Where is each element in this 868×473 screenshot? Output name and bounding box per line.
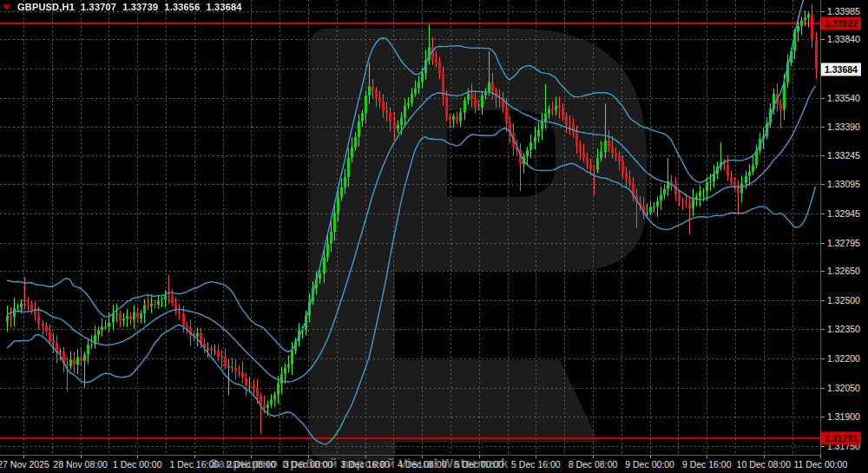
price-tick-mark	[820, 388, 825, 389]
resistance-price-label: 1.33922	[821, 17, 861, 30]
price-tick-label: 1.32945	[827, 208, 860, 219]
trading-chart-window: GBPUSD,H1 1.33707 1.33739 1.33656 1.3368…	[0, 0, 868, 473]
price-tick-label: 1.32200	[827, 353, 860, 364]
open-value: 1.33707	[81, 2, 116, 12]
time-tick-label: 1 Dec 00:00	[113, 459, 162, 470]
price-tick-label: 1.32050	[827, 383, 860, 393]
price-tick-mark	[820, 214, 825, 214]
high-value: 1.33739	[122, 2, 158, 12]
time-tick-mark	[23, 455, 24, 458]
price-tick-label: 1.33540	[827, 93, 860, 103]
chart-window-icon	[3, 4, 11, 10]
time-tick-label: 8 Dec 08:00	[569, 459, 618, 470]
price-tick-label: 1.32795	[827, 238, 860, 248]
trial-watermark-text: Защищено пробной версией Visual Watermar…	[210, 457, 509, 470]
time-tick-label: 11 Dec 00:00	[794, 459, 848, 470]
support-price-label: 1.31791	[821, 431, 861, 444]
price-tick-label: 1.32650	[827, 266, 860, 276]
time-tick-label: 27 Nov 2025	[0, 459, 49, 470]
price-tick-mark	[820, 155, 825, 156]
time-tick-mark	[137, 455, 138, 458]
price-tick-label: 1.33390	[827, 122, 860, 132]
time-tick-mark	[194, 455, 195, 458]
price-tick-mark	[820, 243, 825, 244]
low-value: 1.33656	[164, 2, 200, 12]
price-axis[interactable]: 1.33922 1.33684 1.31791 1.339851.338401.…	[820, 0, 868, 455]
current-bid-price-label: 1.33684	[821, 63, 861, 76]
price-tick-mark	[820, 39, 825, 40]
time-tick-label: 28 Nov 08:00	[53, 459, 107, 470]
price-tick-label: 1.33095	[827, 179, 860, 189]
price-tick-mark	[820, 358, 825, 359]
price-tick-mark	[820, 11, 825, 12]
price-tick-label: 1.33840	[827, 34, 860, 44]
price-tick-mark	[820, 271, 825, 272]
time-tick-label: 10 Dec 08:00	[737, 459, 791, 470]
price-tick-label: 1.33985	[827, 6, 860, 16]
time-tick-label: 9 Dec 00:00	[625, 459, 674, 470]
time-tick-mark	[81, 455, 82, 458]
price-tick-mark	[820, 446, 825, 447]
price-tick-label: 1.33245	[827, 150, 860, 161]
chart-header: GBPUSD,H1 1.33707 1.33739 1.33656 1.3368…	[3, 2, 242, 12]
price-tick-mark	[820, 329, 825, 330]
time-tick-label: 9 Dec 16:00	[682, 459, 732, 470]
price-tick-label: 1.31900	[827, 411, 860, 422]
price-chart[interactable]	[0, 0, 820, 455]
time-tick-mark	[536, 455, 536, 458]
time-tick-label: 5 Dec 16:00	[511, 459, 561, 470]
time-tick-mark	[593, 455, 594, 458]
price-tick-mark	[820, 98, 825, 99]
price-tick-label: 1.32350	[827, 324, 860, 334]
time-tick-mark	[650, 455, 651, 458]
price-tick-mark	[820, 300, 825, 301]
time-tick-mark	[707, 455, 707, 458]
symbol-timeframe: GBPUSD,H1	[17, 2, 75, 12]
price-tick-mark	[820, 184, 825, 185]
close-value: 1.33684	[207, 2, 242, 12]
price-tick-mark	[820, 417, 825, 417]
time-tick-mark	[820, 455, 821, 458]
price-tick-mark	[820, 127, 825, 128]
time-tick-mark	[764, 455, 765, 458]
price-tick-label: 1.32500	[827, 295, 860, 305]
